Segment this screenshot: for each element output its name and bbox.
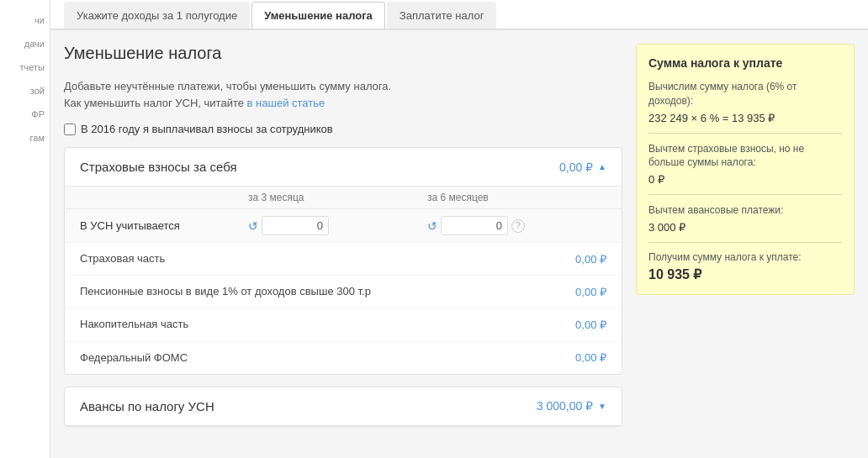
insurance-row-3: Накопительная часть 0,00 ₽ [65, 308, 622, 341]
description-line1: Добавьте неучтённые платежи, чтобы умень… [64, 78, 622, 95]
insurance-row-1: Страховая часть 0,00 ₽ [65, 243, 622, 276]
page-body: Уменьшение налога Добавьте неучтённые пл… [50, 30, 868, 458]
refresh-icon-2[interactable]: ↺ [427, 219, 437, 233]
employees-checkbox[interactable] [64, 124, 76, 135]
input-cell-1: ↺ [248, 216, 427, 235]
tax-total-value: 10 935 ₽ [648, 266, 842, 282]
col2-header: за 6 месяцев [427, 192, 606, 203]
tax-calc-value: 232 249 × 6 % = 13 935 ₽ [648, 112, 842, 124]
table-row-label-header [80, 192, 248, 203]
advances-section-card: Авансы по налогу УСН 3 000,00 ₽ ▼ [64, 387, 622, 427]
tax-divider-1 [648, 133, 842, 134]
sidebar-item-5[interactable]: ФР [0, 103, 50, 126]
tax-calc-label: Вычислим сумму налога (6% от доходов): [648, 80, 842, 108]
insurance-row-2: Пенсионные взносы в виде 1% от доходов с… [65, 276, 622, 308]
sidebar-item-6[interactable]: гам [0, 126, 50, 150]
insurance-section-header: Страховые взносы за себя 0,00 ₽ ▲ [65, 148, 622, 187]
advances-amount-value: 3 000,00 ₽ [537, 399, 593, 413]
sidebar: чи дачи тчеты зой ФР гам [0, 0, 50, 458]
insurance-row-3-value: 0,00 ₽ [575, 318, 606, 331]
tax-divider-2 [648, 194, 842, 195]
tax-insurance-value: 0 ₽ [648, 173, 842, 186]
tabs-bar: Укажите доходы за 1 полугодие Уменьшение… [50, 0, 868, 30]
article-link[interactable]: в нашей статье [247, 97, 326, 109]
input-3months[interactable] [262, 216, 329, 235]
sidebar-item-1[interactable]: чи [0, 8, 50, 32]
tax-insurance-label: Вычтем страховые взносы, но не больше су… [648, 142, 842, 171]
left-section: Уменьшение налога Добавьте неучтённые пл… [64, 44, 622, 445]
page-title: Уменьшение налога [64, 44, 622, 63]
usn-row-label: В УСН учитывается [80, 219, 248, 232]
tax-summary-title: Сумма налога к уплате [648, 56, 842, 70]
input-cell-2: ↺ ? [427, 216, 606, 235]
input-6months[interactable] [441, 216, 508, 235]
insurance-row-4: Федеральный ФОМС 0,00 ₽ [65, 342, 622, 374]
insurance-row-4-value: 0,00 ₽ [575, 351, 606, 364]
advances-arrow-down-icon: ▼ [598, 402, 606, 411]
employees-checkbox-row: В 2016 году я выплачивал взносы за сотру… [64, 123, 622, 135]
main-content: Укажите доходы за 1 полугодие Уменьшение… [50, 0, 868, 458]
employees-checkbox-label: В 2016 году я выплачивал взносы за сотру… [81, 123, 333, 135]
insurance-section-title: Страховые взносы за себя [80, 160, 237, 174]
insurance-row-1-value: 0,00 ₽ [575, 253, 606, 266]
insurance-arrow-up-icon: ▲ [598, 162, 606, 171]
right-panel: Сумма налога к уплате Вычислим сумму нал… [636, 44, 855, 445]
tab-reduce-tax[interactable]: Уменьшение налога [251, 2, 385, 29]
tab-pay-tax[interactable]: Заплатите налог [387, 2, 497, 29]
usn-input-row: В УСН учитывается ↺ ↺ ? [65, 209, 622, 243]
insurance-row-3-label: Накопительная часть [80, 317, 188, 332]
refresh-icon-1[interactable]: ↺ [248, 219, 258, 233]
col1-header: за 3 месяца [248, 192, 427, 203]
insurance-amount-value: 0,00 ₽ [559, 161, 593, 174]
tax-divider-3 [648, 242, 842, 243]
tax-summary-box: Сумма налога к уплате Вычислим сумму нал… [636, 44, 855, 295]
tax-advances-row: Вычтем авансовые платежи: 3 000 ₽ [648, 203, 842, 234]
sidebar-item-2[interactable]: дачи [0, 32, 50, 55]
insurance-row-2-label: Пенсионные взносы в виде 1% от доходов с… [80, 284, 371, 299]
advances-section-title: Авансы по налогу УСН [80, 399, 214, 413]
tax-calc-row: Вычислим сумму налога (6% от доходов): 2… [648, 80, 842, 124]
tab-income[interactable]: Укажите доходы за 1 полугодие [64, 2, 250, 29]
insurance-row-4-label: Федеральный ФОМС [80, 350, 188, 366]
description: Добавьте неучтённые платежи, чтобы умень… [64, 78, 622, 111]
help-icon[interactable]: ? [511, 219, 525, 233]
sidebar-item-3[interactable]: тчеты [0, 55, 50, 79]
insurance-section-amount-toggle[interactable]: 0,00 ₽ ▲ [559, 161, 606, 174]
insurance-row-1-label: Страховая часть [80, 251, 165, 266]
insurance-row-2-value: 0,00 ₽ [575, 286, 606, 298]
tax-advances-label: Вычтем авансовые платежи: [648, 203, 842, 218]
tax-insurance-row: Вычтем страховые взносы, но не больше су… [648, 142, 842, 187]
description-line2: Как уменьшить налог УСН, читайте в нашей… [64, 95, 622, 112]
insurance-table-header: за 3 месяца за 6 месяцев [65, 187, 622, 209]
insurance-section-card: Страховые взносы за себя 0,00 ₽ ▲ за 3 м… [64, 147, 622, 375]
tax-total-label: Получим сумму налога к уплате: [648, 251, 842, 263]
sidebar-item-4[interactable]: зой [0, 79, 50, 103]
advances-section-amount-toggle[interactable]: 3 000,00 ₽ ▼ [537, 399, 606, 413]
advances-section-header: Авансы по налогу УСН 3 000,00 ₽ ▼ [65, 387, 622, 426]
tax-advances-value: 3 000 ₽ [648, 221, 842, 234]
